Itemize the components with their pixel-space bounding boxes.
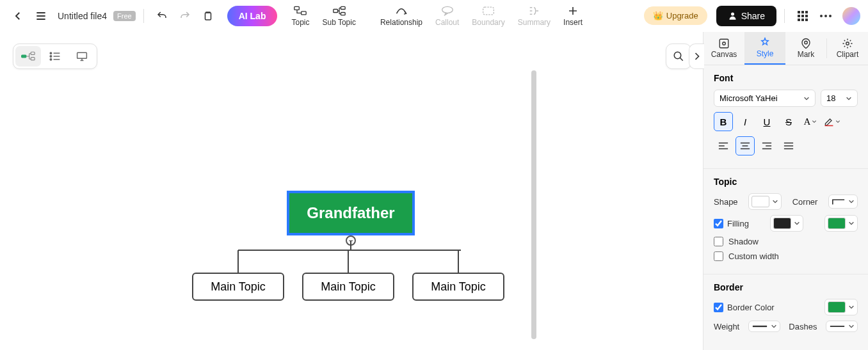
- chevron-down-icon: [803, 95, 810, 102]
- chevron-down-icon: [771, 323, 777, 330]
- dashes-icon: [829, 324, 846, 329]
- tab-mark[interactable]: Mark: [785, 32, 826, 65]
- insert-button[interactable]: Insert: [558, 3, 588, 28]
- filling-color2-dropdown[interactable]: [824, 215, 858, 232]
- canvas-scrollbar[interactable]: [531, 70, 536, 339]
- boundary-button[interactable]: Boundary: [467, 3, 510, 28]
- text-color-button[interactable]: A: [801, 112, 820, 131]
- corner-label: Corner: [792, 197, 818, 207]
- align-left-icon: [718, 141, 728, 150]
- canvas[interactable]: Grandfather − Main Topic Main Topic Main…: [0, 32, 703, 350]
- font-size-dropdown[interactable]: 18: [821, 90, 858, 107]
- root-topic-node[interactable]: Grandfather: [287, 191, 415, 235]
- shape-swatch: [751, 196, 769, 207]
- svg-point-14: [50, 59, 51, 60]
- upgrade-button[interactable]: 👑 Upgrade: [644, 6, 707, 25]
- align-left-button[interactable]: [714, 136, 733, 155]
- mark-icon: [800, 38, 812, 49]
- presentation-view-button[interactable]: [69, 46, 95, 67]
- child-topic-node[interactable]: Main Topic: [192, 273, 284, 301]
- svg-rect-0: [205, 12, 211, 19]
- border-color-checkbox[interactable]: [714, 303, 723, 312]
- underline-button[interactable]: U: [757, 112, 776, 131]
- tab-canvas[interactable]: Canvas: [703, 32, 744, 65]
- dashes-dropdown[interactable]: [826, 321, 858, 332]
- highlight-icon: [824, 116, 834, 127]
- filling-checkbox[interactable]: [714, 219, 723, 228]
- chevron-down-icon: [848, 198, 855, 205]
- svg-rect-10: [31, 52, 35, 54]
- more-button[interactable]: [816, 6, 836, 26]
- mindmap-view-button[interactable]: [15, 46, 41, 67]
- clipart-icon: [842, 38, 853, 49]
- chevron-down-icon: [835, 118, 840, 125]
- shadow-checkbox[interactable]: [714, 237, 723, 246]
- undo-button[interactable]: [152, 6, 172, 26]
- custom-width-checkbox[interactable]: [714, 251, 723, 261]
- child-topic-node[interactable]: Main Topic: [302, 273, 394, 301]
- bold-button[interactable]: B: [714, 112, 733, 131]
- shape-dropdown[interactable]: [748, 193, 782, 210]
- outline-view-button[interactable]: [42, 46, 68, 67]
- redo-button[interactable]: [175, 6, 195, 26]
- border-color-swatch: [828, 301, 846, 313]
- align-center-button[interactable]: [735, 136, 755, 155]
- search-button[interactable]: [666, 44, 691, 69]
- style-icon: [759, 37, 771, 49]
- filling-color2-swatch: [828, 218, 846, 229]
- chevron-down-icon: [846, 95, 852, 102]
- weight-label: Weight: [714, 322, 739, 331]
- relationship-button[interactable]: Relationship: [375, 3, 428, 28]
- svg-rect-17: [719, 39, 728, 48]
- collapse-panel-button[interactable]: [689, 44, 704, 69]
- summary-label: Summary: [518, 18, 551, 27]
- font-title: Font: [714, 73, 858, 83]
- shape-label: Shape: [714, 197, 738, 207]
- svg-rect-9: [21, 54, 26, 58]
- file-name[interactable]: Untitled file4: [58, 11, 107, 21]
- clipboard-button[interactable]: [198, 6, 218, 26]
- svg-point-20: [846, 42, 849, 45]
- chevron-down-icon: [848, 323, 855, 330]
- top-toolbar: Untitled file4 Free AI Lab Topic Sub Top…: [0, 0, 868, 32]
- svg-rect-1: [294, 6, 300, 10]
- chevron-down-icon: [812, 118, 817, 125]
- tab-clipart-label: Clipart: [837, 50, 859, 59]
- back-button[interactable]: [8, 6, 28, 26]
- topic-button[interactable]: Topic: [286, 3, 314, 28]
- subtopic-button[interactable]: Sub Topic: [317, 3, 360, 28]
- panel-tabs: Canvas Style Mark Clipart: [703, 32, 868, 65]
- filling-color1-dropdown[interactable]: [770, 215, 803, 232]
- crown-icon: 👑: [653, 11, 663, 20]
- callout-button[interactable]: Callout: [430, 3, 464, 28]
- filling-label: Filling: [727, 219, 749, 228]
- svg-rect-21: [825, 125, 833, 127]
- tab-style[interactable]: Style: [744, 32, 785, 65]
- border-section: Border Border Color Weight Dashes: [703, 274, 868, 345]
- align-right-icon: [762, 141, 772, 150]
- highlight-button[interactable]: [823, 112, 842, 131]
- align-justify-button[interactable]: [779, 136, 798, 155]
- svg-rect-11: [31, 58, 35, 60]
- child-topic-node[interactable]: Main Topic: [412, 273, 504, 301]
- tab-clipart[interactable]: Clipart: [827, 32, 868, 65]
- user-avatar[interactable]: [842, 7, 860, 25]
- plus-icon: [567, 4, 579, 17]
- align-right-button[interactable]: [757, 136, 776, 155]
- topic-section: Topic Shape Corner Filling: [703, 169, 868, 274]
- svg-point-6: [442, 6, 453, 13]
- outline-view-icon: [49, 51, 61, 61]
- menu-button[interactable]: [31, 6, 51, 26]
- font-family-dropdown[interactable]: Microsoft YaHei: [714, 90, 816, 107]
- apps-button[interactable]: [792, 6, 813, 26]
- border-color-dropdown[interactable]: [824, 299, 858, 315]
- share-button[interactable]: Share: [716, 6, 776, 26]
- summary-button[interactable]: Summary: [513, 3, 556, 28]
- font-size-value: 18: [826, 93, 835, 103]
- strike-button[interactable]: S: [779, 112, 798, 131]
- ai-lab-button[interactable]: AI Lab: [227, 6, 278, 26]
- corner-dropdown[interactable]: [828, 195, 858, 209]
- italic-button[interactable]: I: [735, 112, 755, 131]
- svg-point-16: [674, 52, 681, 59]
- weight-dropdown[interactable]: [748, 321, 780, 332]
